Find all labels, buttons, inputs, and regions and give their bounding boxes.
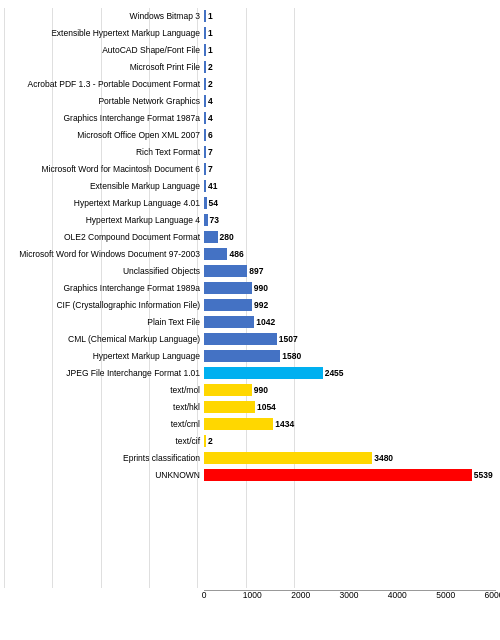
bar-row: Extensible Hypertext Markup Language1	[4, 25, 496, 41]
chart-area: Windows Bitmap 31Extensible Hypertext Ma…	[4, 8, 496, 588]
bar-row: Plain Text File1042	[4, 314, 496, 330]
bar-label: Acrobat PDF 1.3 - Portable Document Form…	[4, 79, 204, 89]
bar-value-label: 1434	[275, 419, 294, 429]
x-tick-label: 2000	[291, 590, 310, 600]
bar-section: 1507	[204, 331, 496, 347]
bar-section: 2	[204, 59, 496, 75]
bar-section: 2	[204, 76, 496, 92]
bar-value-label: 2	[208, 79, 213, 89]
bar-section: 7	[204, 161, 496, 177]
bar-label: text/cml	[4, 419, 204, 429]
bar-value-label: 990	[254, 283, 268, 293]
bar-label: Hypertext Markup Language	[4, 351, 204, 361]
bar-label: Windows Bitmap 3	[4, 11, 204, 21]
bar-fill: 2	[204, 61, 206, 73]
bar-section: 486	[204, 246, 496, 262]
bar-label: text/cif	[4, 436, 204, 446]
bar-section: 1434	[204, 416, 496, 432]
bar-row: Graphics Interchange Format 1989a990	[4, 280, 496, 296]
bar-row: text/cml1434	[4, 416, 496, 432]
bar-row: UNKNOWN5539	[4, 467, 496, 483]
bar-label: CML (Chemical Markup Language)	[4, 334, 204, 344]
bar-row: Eprints classification3480	[4, 450, 496, 466]
bar-fill: 3480	[204, 452, 372, 464]
bar-section: 3480	[204, 450, 496, 466]
bar-row: text/cif2	[4, 433, 496, 449]
bar-section: 7	[204, 144, 496, 160]
bar-value-label: 1042	[256, 317, 275, 327]
x-tick-label: 0	[202, 590, 207, 600]
bar-fill: 73	[204, 214, 208, 226]
bar-label: Microsoft Word for Windows Document 97-2…	[4, 249, 204, 259]
bar-row: text/mol990	[4, 382, 496, 398]
bar-section: 41	[204, 178, 496, 194]
bar-value-label: 990	[254, 385, 268, 395]
bar-fill: 486	[204, 248, 227, 260]
bar-fill: 1042	[204, 316, 254, 328]
bar-row: Microsoft Word for Windows Document 97-2…	[4, 246, 496, 262]
bar-label: text/mol	[4, 385, 204, 395]
bar-value-label: 1507	[279, 334, 298, 344]
bar-fill: 1	[204, 44, 206, 56]
bar-section: 1054	[204, 399, 496, 415]
bar-label: Hypertext Markup Language 4	[4, 215, 204, 225]
bar-label: Microsoft Office Open XML 2007	[4, 130, 204, 140]
bar-label: Extensible Markup Language	[4, 181, 204, 191]
bar-fill: 7	[204, 163, 206, 175]
bar-fill: 6	[204, 129, 206, 141]
bars-container: Windows Bitmap 31Extensible Hypertext Ma…	[4, 8, 496, 484]
bar-label: CIF (Crystallographic Information File)	[4, 300, 204, 310]
bar-fill: 1	[204, 10, 206, 22]
bar-section: 4	[204, 110, 496, 126]
bar-label: Extensible Hypertext Markup Language	[4, 28, 204, 38]
bar-fill: 897	[204, 265, 247, 277]
bar-label: Hypertext Markup Language 4.01	[4, 198, 204, 208]
x-tick-label: 3000	[340, 590, 359, 600]
x-tick-label: 4000	[388, 590, 407, 600]
bar-fill: 992	[204, 299, 252, 311]
bar-fill: 2	[204, 435, 206, 447]
bar-fill: 2	[204, 78, 206, 90]
bar-label: OLE2 Compound Document Format	[4, 232, 204, 242]
bar-label: Eprints classification	[4, 453, 204, 463]
bar-value-label: 1	[208, 45, 213, 55]
bar-section: 1580	[204, 348, 496, 364]
bar-value-label: 3480	[374, 453, 393, 463]
bar-row: Microsoft Word for Macintosh Document 67	[4, 161, 496, 177]
bar-section: 73	[204, 212, 496, 228]
bar-row: text/hkl1054	[4, 399, 496, 415]
bar-row: Portable Network Graphics4	[4, 93, 496, 109]
bar-value-label: 41	[208, 181, 217, 191]
bar-section: 990	[204, 382, 496, 398]
bar-label: UNKNOWN	[4, 470, 204, 480]
bar-label: Microsoft Word for Macintosh Document 6	[4, 164, 204, 174]
bar-row: Hypertext Markup Language1580	[4, 348, 496, 364]
bar-value-label: 2455	[325, 368, 344, 378]
bar-fill: 1054	[204, 401, 255, 413]
bar-row: Extensible Markup Language41	[4, 178, 496, 194]
bar-label: Plain Text File	[4, 317, 204, 327]
bar-section: 6	[204, 127, 496, 143]
bar-value-label: 992	[254, 300, 268, 310]
x-tick-label: 1000	[243, 590, 262, 600]
bar-fill: 990	[204, 282, 252, 294]
bar-value-label: 4	[208, 113, 213, 123]
bar-row: Rich Text Format7	[4, 144, 496, 160]
bar-section: 992	[204, 297, 496, 313]
bar-value-label: 1054	[257, 402, 276, 412]
bar-fill: 7	[204, 146, 206, 158]
bar-row: Hypertext Markup Language 473	[4, 212, 496, 228]
bar-row: AutoCAD Shape/Font File1	[4, 42, 496, 58]
bar-value-label: 280	[220, 232, 234, 242]
bar-value-label: 486	[229, 249, 243, 259]
bar-row: Microsoft Office Open XML 20076	[4, 127, 496, 143]
bar-section: 2455	[204, 365, 496, 381]
bar-label: Unclassified Objects	[4, 266, 204, 276]
bar-section: 280	[204, 229, 496, 245]
bar-row: Acrobat PDF 1.3 - Portable Document Form…	[4, 76, 496, 92]
bar-section: 1042	[204, 314, 496, 330]
bar-fill: 5539	[204, 469, 472, 481]
bar-row: Windows Bitmap 31	[4, 8, 496, 24]
bar-fill: 1580	[204, 350, 280, 362]
bar-value-label: 1	[208, 28, 213, 38]
